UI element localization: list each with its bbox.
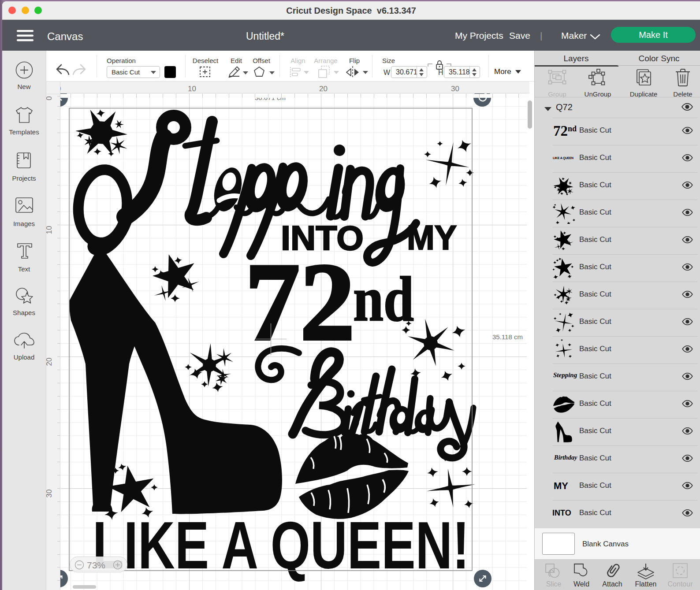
svg-text:72: 72 bbox=[245, 240, 355, 364]
svg-text:MY: MY bbox=[407, 218, 457, 257]
svg-text:nd: nd bbox=[353, 263, 414, 334]
svg-text:LIKE A QUEEN!: LIKE A QUEEN! bbox=[93, 507, 469, 583]
svg-text:35.118 cm: 35.118 cm bbox=[492, 333, 523, 341]
